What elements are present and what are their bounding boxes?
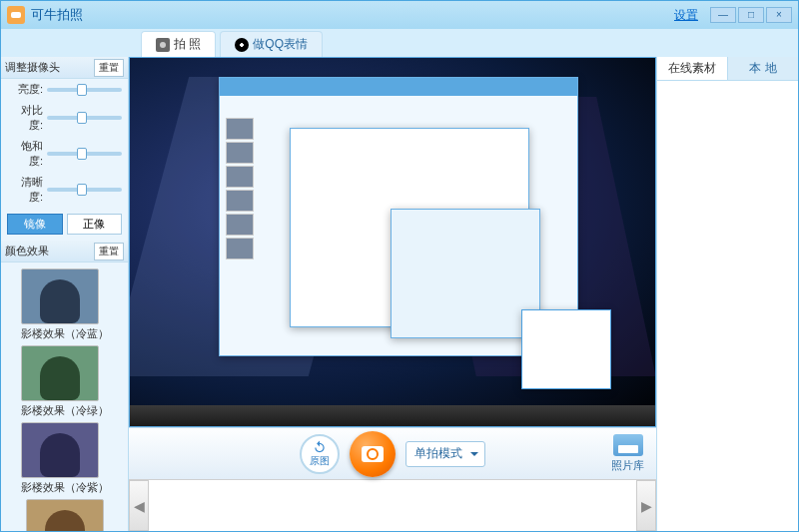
- filmstrip-body[interactable]: [149, 480, 636, 531]
- nested-thumbnails: [226, 118, 256, 262]
- app-logo-icon: [7, 6, 25, 24]
- camera-adjust-header: 调整摄像头 重置: [1, 57, 128, 79]
- filmstrip: ◀ ▶: [129, 479, 656, 531]
- mirror-on-button[interactable]: 镜像: [7, 214, 63, 235]
- maximize-button[interactable]: □: [738, 7, 764, 23]
- nested-window-3: [391, 209, 540, 338]
- effect-item-2[interactable]: 影楼效果（冷紫）: [21, 422, 109, 495]
- preview-taskbar: [129, 405, 656, 427]
- effect-label: 影楼效果（冷蓝）: [21, 326, 109, 341]
- shutter-camera-icon: [362, 446, 384, 462]
- settings-link[interactable]: 设置: [674, 7, 698, 24]
- title-bar: 可牛拍照 设置 — □ ×: [1, 1, 798, 29]
- brightness-slider[interactable]: [47, 88, 122, 92]
- shutter-button[interactable]: [350, 431, 396, 477]
- effect-thumb: [21, 422, 99, 478]
- nested-window-1: [219, 77, 578, 356]
- effect-label: 影楼效果（冷紫）: [21, 480, 109, 495]
- effect-thumb: [26, 499, 104, 531]
- color-effects-title: 颜色效果: [5, 244, 49, 259]
- effect-item-1[interactable]: 影楼效果（冷绿）: [21, 345, 109, 418]
- effect-label: 影楼效果（冷绿）: [21, 403, 109, 418]
- nested-window-4: [521, 309, 611, 389]
- tab-photo[interactable]: 拍 照: [141, 31, 216, 57]
- center-panel: 原图 单拍模式 照片库 ◀ ▶: [129, 57, 656, 531]
- silhouette-icon: [40, 279, 80, 323]
- tab-photo-label: 拍 照: [174, 36, 201, 53]
- control-bar: 原图 单拍模式 照片库: [129, 427, 656, 479]
- effects-reset-button[interactable]: 重置: [94, 243, 124, 261]
- contrast-row: 对比度:: [1, 100, 128, 136]
- materials-body: [657, 81, 798, 531]
- color-effects-header: 颜色效果 重置: [1, 241, 128, 263]
- filmstrip-prev-button[interactable]: ◀: [129, 480, 149, 531]
- camera-adjust-title: 调整摄像头: [5, 60, 60, 75]
- qq-icon: [235, 38, 249, 52]
- tab-qq-emoji[interactable]: 做QQ表情: [220, 31, 323, 57]
- camera-preview: [129, 57, 656, 427]
- effect-item-0[interactable]: 影楼效果（冷蓝）: [21, 268, 109, 341]
- silhouette-icon: [45, 510, 85, 531]
- nested-window-2: [290, 128, 529, 327]
- shoot-mode-label: 单拍模式: [414, 445, 462, 462]
- effect-item-3[interactable]: 怀旧: [26, 499, 104, 531]
- sharpness-label: 清晰度:: [7, 175, 43, 205]
- saturation-label: 饱和度:: [7, 139, 43, 169]
- tab-online-materials[interactable]: 在线素材: [657, 57, 728, 80]
- silhouette-icon: [40, 356, 80, 400]
- undo-icon: [313, 440, 327, 454]
- app-title: 可牛拍照: [31, 6, 83, 24]
- gallery-icon: [613, 434, 643, 456]
- main-tabs: 拍 照 做QQ表情: [1, 29, 798, 57]
- effect-thumb: [21, 268, 99, 324]
- saturation-row: 饱和度:: [1, 136, 128, 172]
- saturation-slider[interactable]: [47, 152, 122, 156]
- original-button[interactable]: 原图: [300, 434, 340, 474]
- right-sidebar: 在线素材 本 地: [656, 57, 798, 531]
- brightness-label: 亮度:: [7, 82, 43, 97]
- sharpness-row: 清晰度:: [1, 172, 128, 208]
- filmstrip-next-button[interactable]: ▶: [636, 480, 656, 531]
- brightness-row: 亮度:: [1, 79, 128, 100]
- shoot-mode-dropdown[interactable]: 单拍模式: [405, 441, 485, 467]
- mirror-toggle: 镜像 正像: [1, 208, 128, 241]
- material-tabs: 在线素材 本 地: [657, 57, 798, 81]
- mirror-off-button[interactable]: 正像: [67, 214, 123, 235]
- silhouette-icon: [40, 433, 80, 477]
- effect-thumb: [21, 345, 99, 401]
- camera-reset-button[interactable]: 重置: [94, 59, 124, 77]
- contrast-label: 对比度:: [7, 103, 43, 133]
- gallery-label: 照片库: [611, 459, 644, 471]
- tab-local-materials[interactable]: 本 地: [728, 57, 798, 80]
- tab-qq-label: 做QQ表情: [253, 36, 308, 53]
- close-button[interactable]: ×: [766, 7, 792, 23]
- original-label: 原图: [310, 454, 330, 468]
- left-sidebar: 调整摄像头 重置 亮度: 对比度: 饱和度: 清晰度: 镜像 正像 颜色效果 重…: [1, 57, 129, 531]
- effects-list: 影楼效果（冷蓝）影楼效果（冷绿）影楼效果（冷紫）怀旧黑白: [1, 263, 128, 531]
- sharpness-slider[interactable]: [47, 188, 122, 192]
- contrast-slider[interactable]: [47, 116, 122, 120]
- gallery-button[interactable]: 照片库: [611, 434, 644, 473]
- minimize-button[interactable]: —: [710, 7, 736, 23]
- camera-icon: [156, 38, 170, 52]
